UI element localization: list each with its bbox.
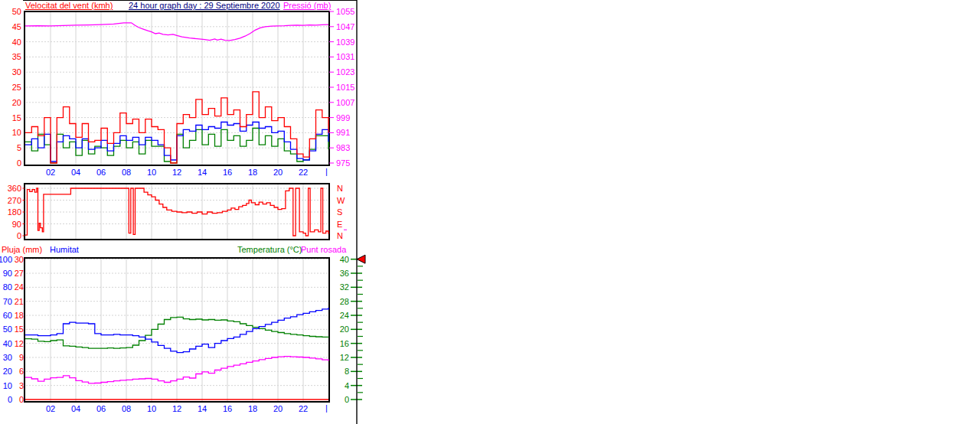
rain-axis-tick-label: 3: [19, 381, 24, 390]
x-axis-end-marker: |: [325, 403, 328, 413]
pressure-axis-tick-label: 1007: [336, 98, 354, 107]
temperature-axis-tick-label: 24: [340, 311, 349, 320]
hour-tick-label: 16: [223, 404, 232, 413]
hour-tick-label: 08: [122, 404, 131, 413]
rain-axis-tick-label: 6: [19, 367, 24, 376]
direction-axis-tick-label: 0: [17, 231, 21, 240]
temperature-axis-tick-label: 16: [340, 339, 349, 348]
temperature-axis-tick-label: 0: [345, 395, 349, 404]
wind-axis-tick-label: 40: [12, 38, 21, 47]
direction-axis-tick-label: 180: [8, 207, 21, 217]
wind-axis-tick-label: 0: [17, 158, 21, 168]
temperature-axis-tick-label: 28: [340, 297, 349, 306]
humidity-axis-tick-label: 0: [8, 395, 12, 404]
temperature-axis-tick-label: 4: [345, 381, 349, 390]
temperature-axis-tick-label: 8: [345, 367, 349, 376]
hour-tick-label: 14: [198, 168, 207, 177]
rain-axis-tick-label: 24: [15, 282, 24, 292]
hour-tick-label: 20: [273, 168, 283, 177]
compass-letter: E: [337, 220, 342, 229]
hour-tick-label: 08: [122, 168, 131, 177]
rain-axis-tick-label: 12: [15, 339, 24, 348]
weather-graph-page: 0510152025303540455097598399199910071015…: [0, 0, 980, 424]
humidity-axis-tick-label: 100: [0, 255, 12, 264]
marker-arrow-icon: [357, 255, 365, 263]
graph-title: 24 hour graph day : 29 Septiembre 2020: [129, 1, 280, 10]
pressure-axis-tick-label: 999: [336, 113, 350, 122]
rain-axis-tick-label: 15: [15, 325, 24, 334]
wind-axis-tick-label: 25: [12, 83, 21, 92]
rain-axis-tick-label: 9: [19, 353, 24, 362]
pressure-axis-tick-label: 991: [336, 128, 350, 137]
wind-axis-tick-label: 30: [12, 67, 21, 77]
rain-axis-tick-label: 21: [15, 297, 24, 306]
hour-tick-label: 06: [96, 404, 106, 413]
compass-letter: N: [337, 184, 343, 193]
x-axis-end-marker: |: [325, 167, 328, 176]
wind-axis-tick-label: 15: [12, 113, 21, 122]
hour-tick-label: 10: [147, 168, 156, 177]
humidity-series-label: Humitat: [50, 245, 79, 254]
humidity-axis-tick-label: 60: [3, 311, 12, 320]
temperature-series-label: Temperatura (°C): [237, 245, 302, 254]
wind-axis-title: Velocitat del vent (kmh): [25, 1, 113, 10]
hour-tick-label: 02: [46, 404, 55, 413]
hour-tick-label: 22: [299, 168, 308, 177]
hour-tick-label: 04: [71, 168, 80, 177]
temperature-axis-tick-label: 36: [340, 269, 349, 278]
rain-series-label: Pluja (mm): [2, 245, 42, 254]
hour-tick-label: 06: [96, 168, 106, 177]
humidity-axis-tick-label: 10: [3, 381, 12, 390]
hour-tick-label: 22: [299, 404, 308, 413]
direction-axis-tick-label: 90: [12, 220, 21, 229]
hour-tick-label: 14: [198, 404, 207, 413]
hour-tick-label: 04: [71, 404, 80, 413]
temperature-axis-tick-label: 12: [340, 353, 349, 362]
wind-axis-tick-label: 50: [12, 7, 21, 16]
compass-letter: S: [337, 207, 342, 217]
wind-axis-tick-label: 45: [12, 22, 21, 31]
pressure-axis-tick-label: 975: [336, 158, 350, 168]
rain-axis-tick-label: 30: [15, 255, 24, 264]
humidity-axis-tick-label: 80: [3, 282, 12, 292]
pressure-axis-tick-label: 1031: [336, 52, 354, 61]
temperature-axis-tick-label: 32: [340, 282, 349, 292]
pressure-axis-tick-label: 1023: [336, 67, 354, 77]
pressure-axis-tick-label: 1055: [336, 7, 354, 16]
hour-tick-label: 18: [248, 404, 257, 413]
hour-tick-label: 16: [223, 168, 232, 177]
wind-axis-tick-label: 35: [12, 52, 21, 61]
temperature-axis-tick-label: 20: [340, 325, 349, 334]
rain-axis-tick-label: 18: [15, 311, 24, 320]
pressure-axis-tick-label: 983: [336, 143, 350, 152]
humidity-axis-tick-label: 40: [3, 339, 12, 348]
humidity-axis-tick-label: 70: [3, 297, 12, 306]
wind-axis-tick-label: 20: [12, 98, 21, 107]
pressure-axis-tick-label: 1015: [336, 83, 354, 92]
direction-axis-tick-label: 360: [8, 184, 21, 193]
hour-tick-label: 18: [248, 168, 257, 177]
hour-tick-label: 02: [46, 168, 55, 177]
humidity-axis-tick-label: 20: [3, 367, 12, 376]
pressure-axis-tick-label: 1039: [336, 38, 354, 47]
temperature-axis-tick-label: 40: [340, 255, 349, 264]
charts-canvas: 0510152025303540455097598399199910071015…: [0, 0, 980, 424]
humidity-axis-tick-label: 90: [3, 269, 12, 278]
rain-axis-tick-label: 27: [15, 269, 24, 278]
hour-tick-label: 10: [147, 404, 156, 413]
humidity-axis-tick-label: 30: [3, 353, 12, 362]
rain-axis-tick-label: 0: [19, 395, 24, 404]
dewpoint-series-label: Punt rosada: [301, 245, 346, 254]
compass-letter: W: [337, 196, 345, 205]
direction-axis-tick-label: 270: [8, 196, 21, 205]
pressure-axis-tick-label: 1047: [336, 22, 354, 31]
humidity-axis-tick-label: 50: [3, 325, 12, 334]
compass-letter: N: [337, 231, 343, 240]
hour-tick-label: 20: [273, 404, 283, 413]
wind-axis-tick-label: 5: [17, 143, 21, 152]
hour-tick-label: 12: [172, 404, 181, 413]
pressure-axis-title: Pressió (mb): [283, 1, 331, 10]
hour-tick-label: 12: [172, 168, 181, 177]
wind-axis-tick-label: 10: [12, 128, 21, 137]
